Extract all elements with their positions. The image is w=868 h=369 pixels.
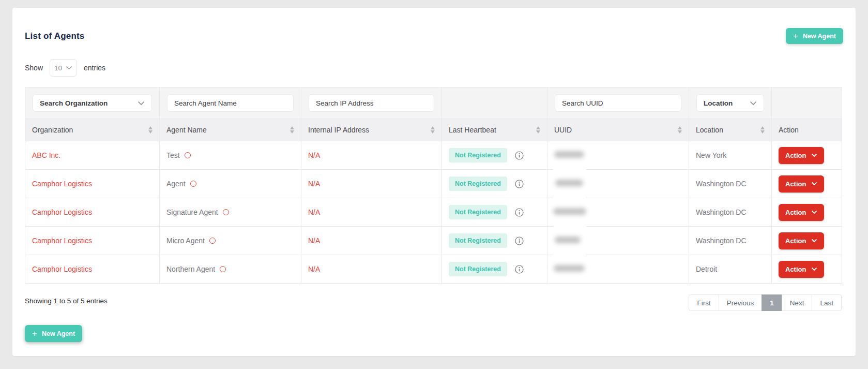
bottom-actions: + New Agent — [25, 325, 843, 342]
organization-cell[interactable]: Camphor Logistics — [25, 170, 160, 198]
chevron-down-icon — [811, 182, 817, 186]
pagination: First Previous 1 Next Last — [689, 294, 842, 311]
action-button[interactable]: Action — [779, 147, 824, 164]
agent-name-text: Micro Agent — [166, 237, 205, 245]
offline-status-icon — [185, 152, 191, 158]
column-header-internal-ip[interactable]: Internal IP Address — [301, 119, 442, 141]
page-length-select[interactable]: 10 — [50, 59, 77, 77]
agents-table: Search Organization Location — [25, 87, 842, 284]
info-icon[interactable] — [515, 180, 524, 188]
chevron-down-icon — [811, 210, 817, 214]
agent-name-text: Test — [166, 151, 180, 159]
column-header-organization[interactable]: Organization — [25, 119, 160, 141]
pagination-next-button[interactable]: Next — [782, 294, 813, 311]
column-header-action: Action — [772, 119, 842, 141]
action-button-label: Action — [785, 265, 806, 273]
pagination-page-1-button[interactable]: 1 — [762, 294, 782, 311]
organization-filter-select[interactable]: Search Organization — [33, 94, 152, 112]
last-heartbeat-cell: Not Registered — [442, 198, 547, 227]
status-badge: Not Registered — [449, 176, 507, 191]
location-cell: Washington DC — [689, 170, 772, 198]
uuid-cell — [547, 255, 689, 284]
agents-table-wrap: Search Organization Location — [25, 87, 842, 284]
uuid-cell — [547, 170, 689, 198]
offline-status-icon — [209, 238, 216, 244]
info-icon[interactable] — [515, 265, 524, 274]
info-icon[interactable] — [515, 208, 524, 217]
organization-cell[interactable]: ABC Inc. — [25, 141, 160, 170]
chevron-down-icon — [811, 153, 817, 157]
internal-ip-cell: N/A — [301, 255, 442, 284]
agent-name-search-input[interactable] — [167, 94, 294, 112]
last-heartbeat-cell: Not Registered — [442, 141, 547, 170]
status-badge: Not Registered — [449, 205, 507, 219]
action-button[interactable]: Action — [779, 232, 824, 249]
action-button[interactable]: Action — [779, 175, 824, 193]
pagination-last-button[interactable]: Last — [812, 294, 842, 311]
status-badge: Not Registered — [449, 148, 507, 163]
last-heartbeat-cell: Not Registered — [442, 170, 547, 198]
organization-cell[interactable]: Camphor Logistics — [25, 255, 160, 284]
sort-icon[interactable] — [431, 126, 435, 134]
status-badge: Not Registered — [449, 233, 507, 248]
action-cell: Action — [772, 227, 842, 255]
chevron-down-icon — [811, 239, 817, 243]
new-agent-button-top[interactable]: + New Agent — [786, 28, 843, 44]
location-cell: Detroit — [689, 255, 772, 284]
chevron-down-icon — [750, 101, 757, 106]
column-header-agent-name[interactable]: Agent Name — [160, 119, 301, 141]
offline-status-icon — [223, 209, 229, 215]
show-label: Show — [25, 64, 43, 72]
chevron-down-icon — [138, 101, 145, 106]
column-header-last-heartbeat[interactable]: Last Heartbeat — [442, 119, 547, 141]
sort-icon[interactable] — [536, 126, 540, 134]
action-button-label: Action — [785, 152, 806, 159]
action-button[interactable]: Action — [779, 204, 824, 221]
agent-name-cell: Test — [160, 141, 301, 170]
pagination-previous-button[interactable]: Previous — [719, 294, 763, 311]
agent-name-cell: Northern Agent — [160, 255, 301, 284]
heartbeat-filter-empty-cell — [442, 87, 547, 119]
location-filter-select[interactable]: Location — [696, 94, 764, 112]
offline-status-icon — [190, 181, 196, 187]
table-footer: Showing 1 to 5 of 5 entries First Previo… — [25, 294, 842, 311]
action-cell: Action — [772, 170, 842, 198]
column-header-location[interactable]: Location — [689, 119, 772, 141]
action-cell: Action — [772, 198, 842, 227]
info-icon[interactable] — [515, 237, 524, 245]
sort-icon[interactable] — [760, 126, 765, 134]
sort-icon[interactable] — [148, 126, 153, 134]
organization-cell[interactable]: Camphor Logistics — [25, 227, 160, 255]
agent-name-text: Agent — [166, 180, 186, 188]
agent-name-text: Northern Agent — [166, 265, 215, 273]
chevron-down-icon — [66, 66, 72, 70]
ip-search-input[interactable] — [309, 94, 434, 112]
page-length-value: 10 — [54, 64, 62, 72]
sort-icon[interactable] — [290, 126, 294, 134]
location-cell: Washington DC — [689, 198, 772, 227]
internal-ip-cell: N/A — [301, 227, 442, 255]
location-filter-label: Location — [704, 99, 733, 107]
location-cell: Washington DC — [689, 227, 772, 255]
action-button-label: Action — [785, 180, 806, 188]
action-button[interactable]: Action — [779, 261, 824, 278]
agent-name-cell: Agent — [160, 170, 301, 198]
length-menu: Show 10 entries — [25, 59, 843, 77]
agents-card: List of Agents + New Agent Show 10 entri… — [12, 8, 856, 356]
plus-icon: + — [32, 329, 37, 338]
action-cell: Action — [772, 141, 842, 170]
agent-name-cell: Micro Agent — [160, 227, 301, 255]
internal-ip-cell: N/A — [301, 170, 442, 198]
pagination-first-button[interactable]: First — [689, 294, 719, 311]
uuid-search-input[interactable] — [555, 94, 681, 112]
column-header-uuid[interactable]: UUID — [547, 119, 689, 141]
uuid-cell — [547, 198, 689, 227]
entries-label: entries — [84, 64, 105, 72]
internal-ip-cell: N/A — [301, 198, 442, 227]
info-icon[interactable] — [515, 151, 524, 160]
sort-icon[interactable] — [678, 126, 682, 134]
agent-name-text: Signature Agent — [166, 208, 218, 216]
new-agent-button-bottom[interactable]: + New Agent — [25, 325, 82, 342]
organization-cell[interactable]: Camphor Logistics — [25, 198, 160, 227]
action-button-label: Action — [785, 237, 806, 245]
